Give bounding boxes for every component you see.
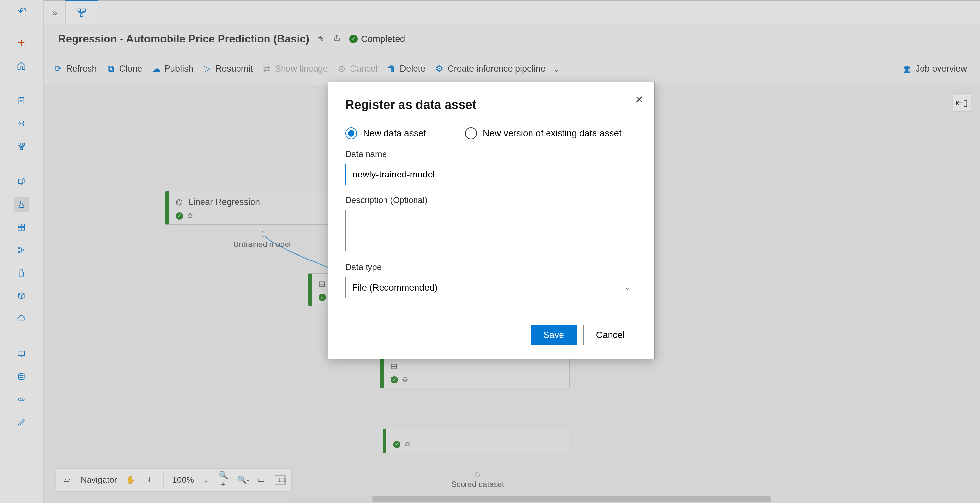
data-name-input[interactable] <box>345 164 637 185</box>
register-data-asset-dialog: ✕ Register as data asset New data asset … <box>328 82 655 359</box>
dialog-title: Register as data asset <box>345 98 637 112</box>
chevron-down-icon: ⌄ <box>625 283 630 292</box>
data-type-select[interactable]: File (Recommended) ⌄ <box>345 277 637 299</box>
description-textarea[interactable] <box>345 210 637 251</box>
field-label-data-type: Data type <box>345 262 637 272</box>
select-value: File (Recommended) <box>352 283 438 293</box>
field-label-description: Description (Optional) <box>345 195 637 205</box>
radio-new-version[interactable]: New version of existing data asset <box>465 128 622 139</box>
field-label-data-name: Data name <box>345 149 637 159</box>
radio-icon <box>465 128 477 139</box>
save-button[interactable]: Save <box>530 324 577 345</box>
close-dialog-button[interactable]: ✕ <box>635 94 643 105</box>
radio-new-data-asset[interactable]: New data asset <box>345 128 426 139</box>
radio-label: New data asset <box>363 128 426 139</box>
radio-label: New version of existing data asset <box>483 128 622 139</box>
radio-icon-selected <box>345 128 357 139</box>
cancel-button[interactable]: Cancel <box>584 324 637 345</box>
